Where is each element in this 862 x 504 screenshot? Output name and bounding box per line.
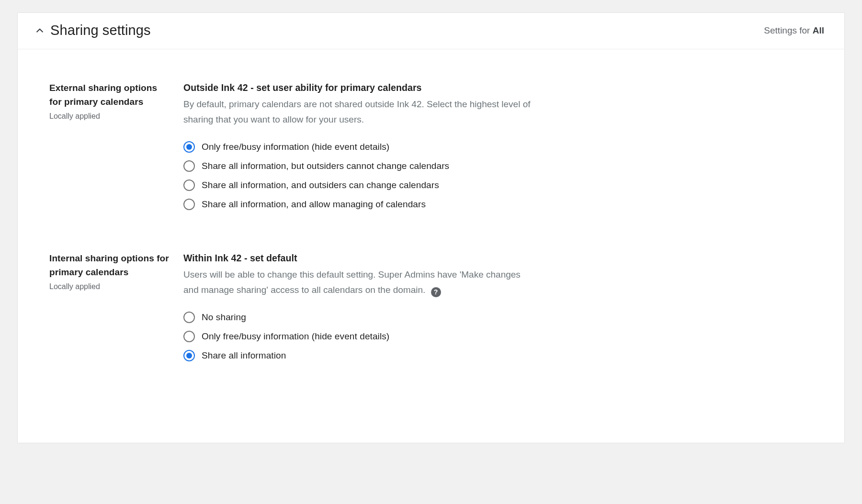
external-option-1[interactable]: Share all information, but outsiders can… [183,160,813,172]
card-body: External sharing options for primary cal… [18,49,844,381]
settings-for-label: Settings for All [764,25,825,36]
section-external-title: External sharing options for primary cal… [49,81,172,109]
radio-icon [183,179,195,191]
section-external-right: Outside Ink 42 - set user ability for pr… [183,81,813,210]
radio-label: Only free/busy information (hide event d… [202,142,389,152]
page-root: Sharing settings Settings for All Extern… [0,0,862,443]
help-icon[interactable]: ? [431,287,441,297]
external-option-0[interactable]: Only free/busy information (hide event d… [183,141,813,153]
external-heading: Outside Ink 42 - set user ability for pr… [183,81,813,95]
internal-description-text: Users will be able to change this defaul… [183,269,521,294]
radio-label: Share all information, and outsiders can… [202,180,439,190]
radio-label: Share all information [202,350,286,361]
radio-label: Share all information, but outsiders can… [202,161,449,171]
internal-option-0[interactable]: No sharing [183,312,813,323]
radio-icon [183,160,195,172]
radio-label: Only free/busy information (hide event d… [202,331,389,342]
section-internal-right: Within Ink 42 - set default Users will b… [183,251,813,361]
radio-icon [183,350,195,361]
card-header: Sharing settings Settings for All [18,13,844,49]
internal-radio-group: No sharing Only free/busy information (h… [183,312,813,361]
page-title: Sharing settings [50,22,151,38]
internal-option-2[interactable]: Share all information [183,350,813,361]
section-internal-left: Internal sharing options for primary cal… [49,251,183,361]
section-internal-title: Internal sharing options for primary cal… [49,251,172,280]
internal-heading: Within Ink 42 - set default [183,251,813,265]
external-description: By default, primary calendars are not sh… [183,97,538,127]
internal-option-1[interactable]: Only free/busy information (hide event d… [183,331,813,342]
settings-for-value: All [813,25,824,35]
external-radio-group: Only free/busy information (hide event d… [183,141,813,210]
section-external-left: External sharing options for primary cal… [49,81,183,210]
collapse-icon[interactable] [35,26,45,35]
section-internal-sharing: Internal sharing options for primary cal… [49,251,813,361]
radio-icon [183,331,195,342]
radio-icon [183,312,195,323]
external-option-3[interactable]: Share all information, and allow managin… [183,199,813,210]
settings-for-prefix: Settings for [764,25,812,35]
internal-description: Users will be able to change this defaul… [183,267,538,297]
section-external-sharing: External sharing options for primary cal… [49,81,813,210]
settings-card: Sharing settings Settings for All Extern… [17,12,845,443]
header-left: Sharing settings [35,22,151,38]
radio-icon [183,141,195,153]
radio-label: Share all information, and allow managin… [202,199,426,210]
section-internal-locally-applied: Locally applied [49,282,172,291]
radio-icon [183,199,195,210]
external-option-2[interactable]: Share all information, and outsiders can… [183,179,813,191]
section-external-locally-applied: Locally applied [49,112,172,121]
radio-label: No sharing [202,312,246,323]
